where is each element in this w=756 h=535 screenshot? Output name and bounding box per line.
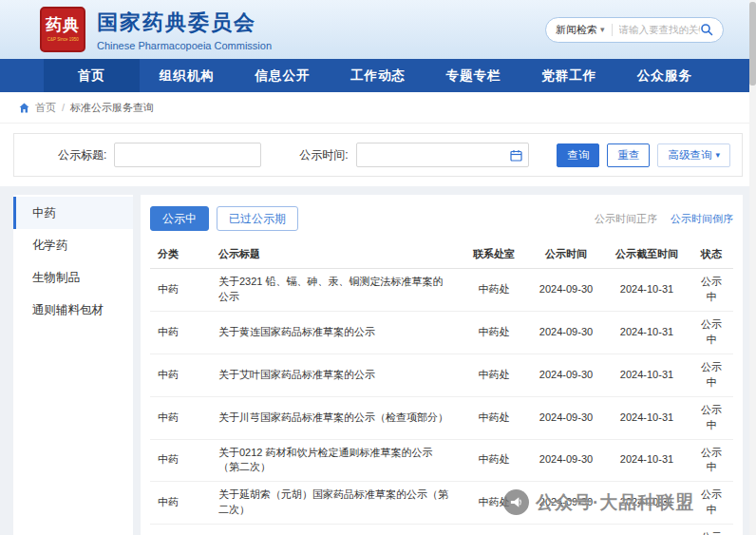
site-header: 药典 C&P Since 1950 国家药典委员会 Chinese Pharma… xyxy=(0,0,756,59)
status-tab[interactable]: 已过公示期 xyxy=(217,206,298,231)
cell-end-date: 2024-10-31 xyxy=(604,311,690,353)
nav-item[interactable]: 工作动态 xyxy=(331,59,426,92)
cell-status-link[interactable]: 公示中 xyxy=(690,269,733,312)
cell-title-link[interactable]: 关于艾叶国家药品标准草案的公示 xyxy=(211,353,460,396)
search-input[interactable] xyxy=(619,24,700,35)
sort-asc-link[interactable]: 公示时间正序 xyxy=(595,212,657,226)
filter-time-input[interactable] xyxy=(356,143,529,167)
breadcrumb: 首页 / 标准公示服务查询 xyxy=(0,92,756,124)
commission-logo: 药典 C&P Since 1950 xyxy=(40,7,85,52)
nav-item[interactable]: 专题专栏 xyxy=(425,59,521,92)
cell-title-link[interactable]: 关于2321 铅、镉、砷、汞、铜测定法标准草案的公示 xyxy=(211,269,460,312)
filter-title-input[interactable] xyxy=(114,143,261,167)
table-row: 中药 关于艾叶国家药品标准草案的公示 中药处 2024-09-30 2024-1… xyxy=(150,353,733,396)
cell-status-link[interactable]: 公示中 xyxy=(690,482,733,525)
table-row: 中药 关于黄连国家药品标准草案的公示 中药处 2024-09-30 2024-1… xyxy=(150,311,733,353)
breadcrumb-separator: / xyxy=(62,102,65,113)
cell-start-date: 2024-09-30 xyxy=(528,353,604,396)
sidebar-item[interactable]: 通则辅料包材 xyxy=(13,294,133,326)
filter-time-input-field[interactable] xyxy=(363,149,510,161)
home-icon[interactable] xyxy=(19,103,29,113)
publicity-table: 分类 公示标题 联系处室 公示时间 公示截至时间 状态 xyxy=(150,240,733,535)
cell-end-date: 2024-10-31 xyxy=(604,525,690,535)
cell-title-link[interactable]: 关于0212 药材和饮片检定通则标准草案的公示（第二次） xyxy=(211,439,460,482)
cell-title-link[interactable]: 关于延胡索（元胡）国家药品标准草案的公示（第二次） xyxy=(211,482,460,525)
filter-bar: 公示标题: 公示时间: 查询 重查 高级查询 ▾ xyxy=(13,133,743,177)
cell-end-date: 2024-10-31 xyxy=(604,439,690,482)
filter-buttons: 查询 重查 高级查询 ▾ xyxy=(557,143,730,167)
nav-item[interactable]: 信息公开 xyxy=(235,59,331,92)
table-header-cell: 分类 xyxy=(150,240,211,269)
content-toolbar: 公示中 已过公示期 公示时间正序 公示时间倒序 xyxy=(150,206,733,231)
nav-item[interactable]: 公众服务 xyxy=(616,59,712,92)
table-header-cell: 状态 xyxy=(690,240,733,269)
cell-office: 中药处 xyxy=(460,525,528,535)
sidebar-item[interactable]: 生物制品 xyxy=(13,261,133,294)
cell-end-date: 2024-10-31 xyxy=(604,482,690,525)
cell-category: 中药 xyxy=(150,396,211,439)
table-header-cell: 公示截至时间 xyxy=(604,240,690,269)
cell-office: 中药处 xyxy=(460,482,528,525)
advanced-query-button[interactable]: 高级查询 ▾ xyxy=(657,143,730,167)
cell-status-link[interactable]: 公示中 xyxy=(690,525,733,535)
sort-desc-link[interactable]: 公示时间倒序 xyxy=(671,212,733,226)
table-header-cell: 联系处室 xyxy=(460,240,528,269)
cell-title-link[interactable]: 关于黄连国家药品标准草案的公示 xyxy=(211,311,460,353)
cell-category: 中药 xyxy=(150,482,211,525)
content-panel: 公示中 已过公示期 公示时间正序 公示时间倒序 分类 xyxy=(141,195,743,535)
filter-time-label: 公示时间: xyxy=(299,147,348,163)
sidebar-item[interactable]: 化学药 xyxy=(13,229,133,261)
reset-button[interactable]: 重查 xyxy=(607,143,650,167)
calendar-icon[interactable] xyxy=(510,149,522,162)
table-row: 中药 关于川芎国家药品标准草案的公示（检查项部分） 中药处 2024-09-30… xyxy=(150,396,733,439)
site-subtitle: Chinese Pharmacopoeia Commission xyxy=(97,40,272,51)
cell-title-link[interactable]: 关于川芎国家药品标准草案的公示（检查项部分） xyxy=(211,396,460,439)
chevron-down-icon: ▾ xyxy=(715,150,720,160)
table-header-cell: 公示标题 xyxy=(211,240,460,269)
chevron-down-icon[interactable]: ▾ xyxy=(600,25,605,34)
cell-category: 中药 xyxy=(150,353,211,396)
nav-item[interactable]: 组织机构 xyxy=(140,59,236,92)
nav-item[interactable]: 首页 xyxy=(44,59,140,92)
table-row: 中药 关于棕榈国家药品标准修订草案的公示 中药处 2024-09-30 2024… xyxy=(150,525,733,535)
search-category-select[interactable]: 新闻检索 xyxy=(556,23,597,37)
cell-status-link[interactable]: 公示中 xyxy=(690,311,733,353)
category-sidebar: 中药 化学药 生物制品 通则辅料包材 xyxy=(13,195,133,535)
table-row: 中药 关于0212 药材和饮片检定通则标准草案的公示（第二次） 中药处 2024… xyxy=(150,439,733,482)
query-button[interactable]: 查询 xyxy=(557,143,599,167)
scrollbar[interactable] xyxy=(749,0,756,535)
sidebar-item[interactable]: 中药 xyxy=(13,197,133,229)
cell-status-link[interactable]: 公示中 xyxy=(690,353,733,396)
scrollbar-thumb[interactable] xyxy=(749,2,756,86)
table-header-cell: 公示时间 xyxy=(528,240,604,269)
cell-end-date: 2024-10-31 xyxy=(604,353,690,396)
advanced-query-label: 高级查询 xyxy=(668,148,711,162)
cell-office: 中药处 xyxy=(460,396,528,439)
status-tab[interactable]: 公示中 xyxy=(150,206,209,231)
main-nav: 首页 组织机构 信息公开 工作动态 专题专栏 党群工作 公众服务 xyxy=(0,59,756,92)
header-search-box: 新闻检索 ▾ xyxy=(545,17,724,43)
cell-status-link[interactable]: 公示中 xyxy=(690,396,733,439)
main-area: 中药 化学药 生物制品 通则辅料包材 公示中 已过公示期 公示时间正序 公示时间… xyxy=(0,186,756,535)
cell-category: 中药 xyxy=(150,525,211,535)
cell-office: 中药处 xyxy=(460,439,528,482)
table-row: 中药 关于2321 铅、镉、砷、汞、铜测定法标准草案的公示 中药处 2024-0… xyxy=(150,269,733,312)
breadcrumb-home[interactable]: 首页 xyxy=(35,101,56,115)
nav-item[interactable]: 党群工作 xyxy=(521,59,617,92)
cell-start-date: 2024-09-30 xyxy=(528,269,604,312)
cell-start-date: 2024-09-30 xyxy=(528,439,604,482)
cell-office: 中药处 xyxy=(460,311,528,353)
table-row: 中药 关于延胡索（元胡）国家药品标准草案的公示（第二次） 中药处 2024-09… xyxy=(150,482,733,525)
cell-start-date: 2024-09-30 xyxy=(528,525,604,535)
cell-end-date: 2024-10-31 xyxy=(604,269,690,312)
cell-status-link[interactable]: 公示中 xyxy=(690,439,733,482)
search-icon[interactable] xyxy=(700,23,713,36)
cell-office: 中药处 xyxy=(460,353,528,396)
cell-office: 中药处 xyxy=(460,269,528,312)
cell-title-link[interactable]: 关于棕榈国家药品标准修订草案的公示 xyxy=(211,525,460,535)
logo-text: 药典 xyxy=(46,17,80,35)
page: 药典 C&P Since 1950 国家药典委员会 Chinese Pharma… xyxy=(0,0,756,535)
cell-start-date: 2024-09-30 xyxy=(528,482,604,525)
logo-caption: C&P Since 1950 xyxy=(47,37,79,42)
cell-start-date: 2024-09-30 xyxy=(528,396,604,439)
